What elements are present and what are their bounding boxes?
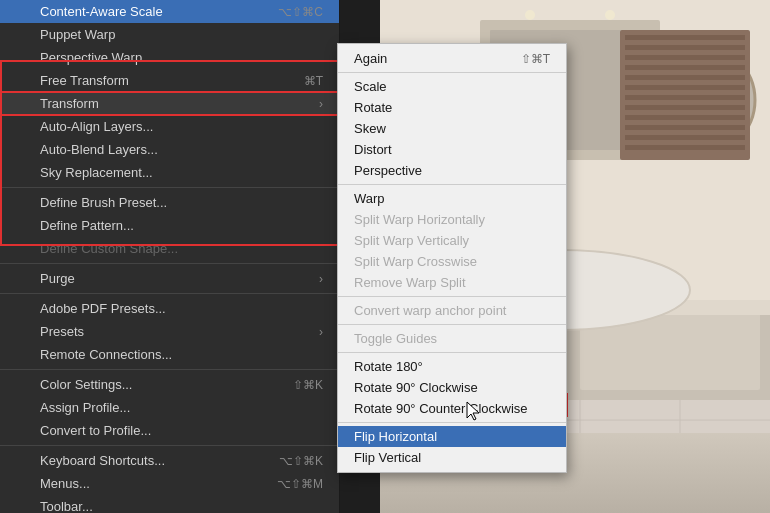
menu-item-define-pattern[interactable]: Define Pattern... [0,214,339,237]
submenu-item-label: Split Warp Vertically [354,233,469,248]
svg-point-35 [605,10,615,20]
menu-item-label: Define Pattern... [40,218,134,233]
submenu-item-perspective[interactable]: Perspective [338,160,566,181]
menu-item-label: Perspective Warp [40,50,142,65]
submenu-item-label: Distort [354,142,392,157]
submenu-item-label: Perspective [354,163,422,178]
submenu-item-label: Skew [354,121,386,136]
menu-item-purge[interactable]: Purge› [0,267,339,290]
menu-item-keyboard[interactable]: Keyboard Shortcuts...⌥⇧⌘K [0,449,339,472]
submenu-item-label: Flip Horizontal [354,429,437,444]
menu-item-label: Color Settings... [40,377,133,392]
submenu-item-label: Split Warp Crosswise [354,254,477,269]
menu-item-adobe-pdf[interactable]: Adobe PDF Presets... [0,297,339,320]
svg-rect-31 [625,125,745,130]
submenu-item-label: Warp [354,191,385,206]
submenu-item-label: Rotate 90° Counter Clockwise [354,401,528,416]
menu-item-label: Assign Profile... [40,400,130,415]
submenu-separator [338,352,566,353]
submenu-item-label: Toggle Guides [354,331,437,346]
menu-item-content-aware[interactable]: Content-Aware Scale⌥⇧⌘C [0,0,339,23]
svg-rect-23 [625,45,745,50]
menu-item-puppet-warp[interactable]: Puppet Warp [0,23,339,46]
svg-rect-27 [625,85,745,90]
menu-separator [0,187,339,188]
menu-item-label: Menus... [40,476,90,491]
menu-item-label: Keyboard Shortcuts... [40,453,165,468]
menu-item-toolbar[interactable]: Toolbar... [0,495,339,513]
menu-item-label: Toolbar... [40,499,93,513]
menu-separator [0,369,339,370]
svg-rect-22 [625,35,745,40]
menu-item-right: › [319,325,323,339]
menu-item-right: › [319,272,323,286]
menu-item-label: Sky Replacement... [40,165,153,180]
submenu-item-rotate-cw[interactable]: Rotate 90° Clockwise [338,377,566,398]
menu-item-label: Content-Aware Scale [40,4,163,19]
menu-item-color-settings[interactable]: Color Settings...⇧⌘K [0,373,339,396]
submenu-item-convert-anchor: Convert warp anchor point [338,300,566,321]
submenu-item-scale[interactable]: Scale [338,76,566,97]
svg-rect-33 [625,145,745,150]
menu-item-free-transform[interactable]: Free Transform⌘T [0,69,339,92]
menu-item-auto-align[interactable]: Auto-Align Layers... [0,115,339,138]
menu-item-remote[interactable]: Remote Connections... [0,343,339,366]
submenu-item-shortcut: ⇧⌘T [521,52,550,66]
submenu-item-rotate-180[interactable]: Rotate 180° [338,356,566,377]
submenu-separator [338,72,566,73]
menu-item-define-custom[interactable]: Define Custom Shape... [0,237,339,260]
menu-item-label: Convert to Profile... [40,423,151,438]
svg-rect-30 [625,115,745,120]
menu-item-presets[interactable]: Presets› [0,320,339,343]
menu-item-transform[interactable]: Transform› [0,92,339,115]
menu-item-right: › [319,97,323,111]
submenu-item-split-warp-v: Split Warp Vertically [338,230,566,251]
menu-item-convert-profile[interactable]: Convert to Profile... [0,419,339,442]
submenu-item-label: Rotate [354,100,392,115]
submenu-item-label: Again [354,51,387,66]
submenu-item-label: Rotate 90° Clockwise [354,380,478,395]
submenu-item-label: Flip Vertical [354,450,421,465]
menu-item-sky-replacement[interactable]: Sky Replacement... [0,161,339,184]
menu-item-label: Define Custom Shape... [40,241,178,256]
svg-point-34 [525,10,535,20]
svg-rect-28 [625,95,745,100]
menu-item-right: ⌥⇧⌘C [278,5,323,19]
submenu-item-warp[interactable]: Warp [338,188,566,209]
submenu-item-distort[interactable]: Distort [338,139,566,160]
menu-item-menus[interactable]: Menus...⌥⇧⌘M [0,472,339,495]
submenu-item-flip-v[interactable]: Flip Vertical [338,447,566,468]
submenu-item-label: Scale [354,79,387,94]
menu-item-define-brush[interactable]: Define Brush Preset... [0,191,339,214]
submenu-item-again[interactable]: Again⇧⌘T [338,48,566,69]
menu-item-perspective-warp[interactable]: Perspective Warp [0,46,339,69]
submenu-separator [338,296,566,297]
svg-rect-32 [625,135,745,140]
submenu-item-flip-h[interactable]: Flip Horizontal [338,426,566,447]
menu-item-right: ⇧⌘K [293,378,323,392]
submenu-item-toggle-guides: Toggle Guides [338,328,566,349]
submenu-item-rotate-ccw[interactable]: Rotate 90° Counter Clockwise [338,398,566,419]
submenu-item-rotate[interactable]: Rotate [338,97,566,118]
menu-item-label: Transform [40,96,99,111]
menu-item-label: Auto-Align Layers... [40,119,153,134]
svg-rect-29 [625,105,745,110]
transform-submenu: Again⇧⌘TScaleRotateSkewDistortPerspectiv… [337,43,567,473]
svg-rect-26 [625,75,745,80]
svg-rect-25 [625,65,745,70]
submenu-item-split-warp-h: Split Warp Horizontally [338,209,566,230]
menu-item-right: ⌥⇧⌘K [279,454,323,468]
submenu-item-label: Split Warp Horizontally [354,212,485,227]
submenu-item-skew[interactable]: Skew [338,118,566,139]
menu-separator [0,445,339,446]
menu-item-right: ⌥⇧⌘M [277,477,323,491]
menu-separator [0,263,339,264]
menu-item-assign-profile[interactable]: Assign Profile... [0,396,339,419]
submenu-item-label: Convert warp anchor point [354,303,506,318]
menu-item-label: Presets [40,324,84,339]
submenu-separator [338,422,566,423]
menu-item-auto-blend[interactable]: Auto-Blend Layers... [0,138,339,161]
menu-item-right: ⌘T [304,74,323,88]
menu-item-label: Auto-Blend Layers... [40,142,158,157]
menu-item-label: Purge [40,271,75,286]
